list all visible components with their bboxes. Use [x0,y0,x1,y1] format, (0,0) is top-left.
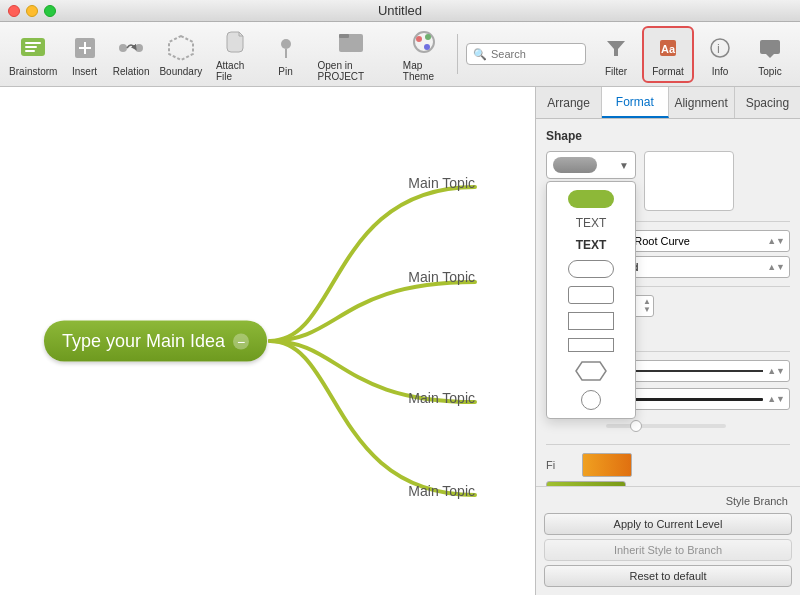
info-icon: i [704,32,736,64]
search-box[interactable]: 🔍 [466,43,586,65]
shape-option-text-bold[interactable]: TEXT [551,234,631,256]
shape-option-hex[interactable] [551,356,631,386]
topic-label: Topic [758,66,781,77]
maximize-button[interactable] [44,5,56,17]
attach-file-icon [219,26,251,58]
map-theme-label: Map Theme [403,60,445,82]
toolbar-open-in-project[interactable]: Open in PROJECT [310,22,393,86]
spread-chevron: ▲▼ [767,262,785,272]
tab-arrange[interactable]: Arrange [536,87,602,118]
shape-selector-btn[interactable]: ▼ [546,151,636,179]
toolbar: Brainstorm Insert Relation Boundary Atta… [0,22,800,87]
search-area: 🔍 [466,43,586,65]
shape-selector[interactable]: ▼ TEXT TEXT [546,151,636,179]
shape-row: ▼ TEXT TEXT [546,151,790,211]
svg-rect-12 [339,34,349,38]
svg-point-8 [135,44,143,52]
toolbar-brainstorm[interactable]: Brainstorm [6,28,61,81]
reset-default-button[interactable]: Reset to default [544,565,792,587]
shape-option-oval[interactable] [551,256,631,282]
minimize-button[interactable] [26,5,38,17]
right-panel: Arrange Format Alignment Spacing Shape [535,87,800,595]
filter-icon [600,32,632,64]
shape-option-circle[interactable] [551,386,631,414]
shape-text-bold-label: TEXT [576,238,607,252]
branch-2[interactable]: Main Topic [408,269,475,285]
style-branch-row: Style Branch [544,495,792,507]
svg-point-16 [424,44,430,50]
close-button[interactable] [8,5,20,17]
window-controls [8,5,56,17]
collapse-button[interactable]: − [233,333,249,349]
toolbar-insert[interactable]: Insert [63,28,107,81]
branch-1[interactable]: Main Topic [408,175,475,191]
svg-text:i: i [717,41,720,56]
thickness-slider[interactable] [606,424,726,428]
fill-row: Fi [546,453,790,477]
fill-image[interactable] [582,453,632,477]
toolbar-map-theme[interactable]: Map Theme [395,22,453,86]
toolbar-pin[interactable]: Pin [264,28,308,81]
shape-option-pill-filled[interactable] [551,186,631,212]
open-in-project-icon [335,26,367,58]
thickness-chevron: ▲▼ [767,394,785,404]
search-input[interactable] [491,48,579,60]
bottom-buttons: Style Branch Apply to Current Level Inhe… [536,486,800,595]
insert-icon [69,32,101,64]
shape-option-text[interactable]: TEXT [551,212,631,234]
svg-point-14 [416,36,422,42]
brainstorm-label: Brainstorm [9,66,57,77]
stepper-arrows: ▲ ▼ [643,298,651,314]
shape-oval [568,260,614,278]
svg-point-20 [711,39,729,57]
toolbar-relation[interactable]: Relation [109,28,154,81]
boundary-icon [165,32,197,64]
shape-option-rect2[interactable] [551,334,631,356]
main-node-text: Type your Main Idea [62,331,225,352]
shape-pill-filled [568,190,614,208]
toolbar-topic[interactable]: Topic [746,28,794,81]
fill-section: Fi Background Pattern: [546,444,790,486]
apply-current-button[interactable]: Apply to Current Level [544,513,792,535]
svg-rect-3 [25,50,35,52]
svg-rect-22 [760,40,780,54]
svg-marker-23 [766,54,774,58]
slider-thumb[interactable] [630,420,642,432]
toolbar-boundary[interactable]: Boundary [156,28,206,81]
shape-rect-round [568,286,614,304]
shape-option-rect-round[interactable] [551,282,631,308]
fill-label: Fi [546,459,576,471]
inherit-style-button[interactable]: Inherit Style to Branch [544,539,792,561]
shape-preview-box [644,151,734,211]
filter-label: Filter [605,66,627,77]
shape-hex [568,360,614,382]
tab-format[interactable]: Format [602,87,668,118]
style-branch-label: Style Branch [726,495,792,507]
chevron-down-icon: ▼ [619,160,629,171]
tab-spacing[interactable]: Spacing [735,87,800,118]
info-label: Info [712,66,729,77]
shape-rect2 [568,338,614,352]
connection-chevron: ▲▼ [767,236,785,246]
main-node[interactable]: Type your Main Idea − [44,321,267,362]
svg-marker-17 [607,41,625,56]
pin-label: Pin [278,66,292,77]
toolbar-filter[interactable]: Filter [592,28,640,81]
toolbar-info[interactable]: i Info [696,28,744,81]
toolbar-right: Filter Aa Format i Info Topic [592,26,794,83]
format-active-icon: Aa [652,32,684,64]
svg-rect-2 [25,46,37,48]
search-icon: 🔍 [473,48,487,61]
canvas[interactable]: Type your Main Idea − Main Topic Main To… [0,87,535,595]
toolbar-divider [457,34,458,74]
tab-alignment[interactable]: Alignment [669,87,735,118]
branch-4[interactable]: Main Topic [408,483,475,499]
stepper-down[interactable]: ▼ [643,306,651,314]
shape-option-rect[interactable] [551,308,631,334]
toolbar-attach-file[interactable]: Attach File [208,22,262,86]
branch-3[interactable]: Main Topic [408,390,475,406]
titlebar: Untitled [0,0,800,22]
toolbar-format-active[interactable]: Aa Format [642,26,694,83]
panel-content: Shape ▼ TE [536,119,800,486]
pin-icon [270,32,302,64]
